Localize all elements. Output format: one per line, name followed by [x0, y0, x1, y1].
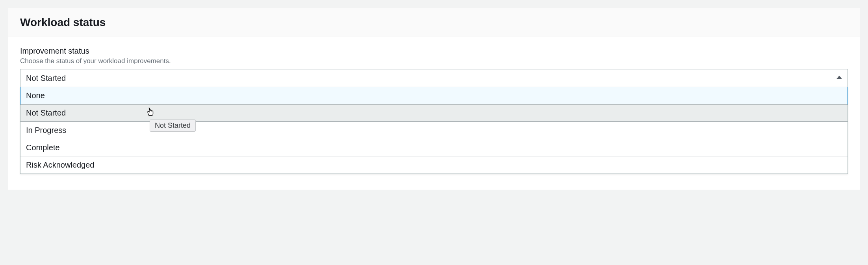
- option-label: Complete: [26, 143, 60, 152]
- caret-up-icon: [836, 75, 842, 82]
- workload-status-panel: Workload status Improvement status Choos…: [8, 8, 860, 190]
- panel-title: Workload status: [20, 16, 848, 29]
- option-none[interactable]: None: [20, 87, 848, 105]
- option-risk-acknowledged[interactable]: Risk Acknowledged: [20, 157, 848, 174]
- option-in-progress[interactable]: In Progress: [20, 122, 848, 139]
- field-hint: Choose the status of your workload impro…: [20, 57, 848, 65]
- pointer-cursor-icon: [147, 108, 154, 118]
- field-label: Improvement status: [20, 47, 848, 56]
- option-not-started[interactable]: Not Started Not Started: [20, 104, 848, 122]
- option-label: Risk Acknowledged: [26, 160, 94, 169]
- option-label: None: [26, 91, 45, 100]
- panel-header: Workload status: [8, 8, 860, 37]
- option-label: In Progress: [26, 126, 66, 134]
- option-label: Not Started: [26, 108, 66, 117]
- improvement-status-select[interactable]: Not Started: [20, 69, 848, 87]
- panel-body: Improvement status Choose the status of …: [8, 37, 860, 190]
- improvement-status-dropdown: None Not Started Not Started In Progress…: [20, 87, 848, 174]
- select-value: Not Started: [26, 74, 66, 83]
- option-complete[interactable]: Complete: [20, 139, 848, 157]
